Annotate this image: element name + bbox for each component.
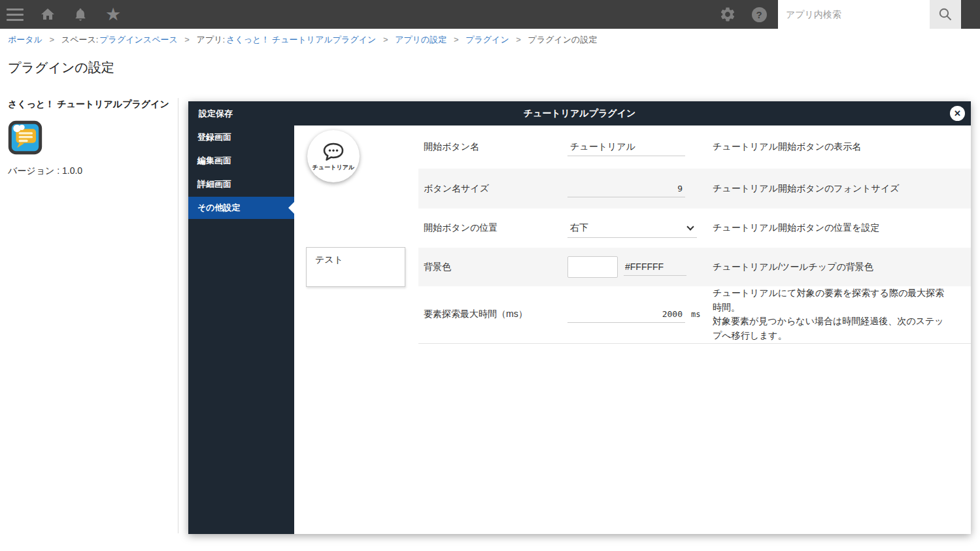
bell-icon[interactable] bbox=[72, 6, 89, 23]
tutorial-start-button[interactable]: チュートリアル bbox=[307, 130, 360, 182]
button-name-size-input[interactable] bbox=[567, 180, 685, 197]
field-description: チュートリアルにて対象の要素を探索する際の最大探索時間。 対象要素が見つからない… bbox=[713, 286, 971, 343]
star-icon[interactable]: ★ bbox=[105, 6, 122, 23]
breadcrumb: ポータル > スペース:プラグインスペース > アプリ:さくっと！ チュートリア… bbox=[8, 34, 597, 46]
field-description: チュートリアル開始ボタンのフォントサイズ bbox=[713, 182, 971, 196]
start-button-name-input[interactable] bbox=[567, 139, 685, 156]
app-search bbox=[778, 0, 961, 29]
search-button[interactable] bbox=[930, 0, 961, 29]
dialog-content: チュートリアル テスト 開始ボタン名 チュートリアル開始ボタンの表示名 ボタン名… bbox=[294, 125, 971, 534]
field-label: 開始ボタンの位置 bbox=[418, 222, 567, 234]
close-icon[interactable]: ✕ bbox=[950, 106, 965, 121]
topbar-left-icons: ★ bbox=[0, 6, 122, 23]
field-description: チュートリアル開始ボタンの位置を設定 bbox=[713, 221, 971, 235]
save-settings-button[interactable]: 設定保存 bbox=[188, 101, 243, 125]
nav-item-register-screen[interactable]: 登録画面 bbox=[188, 125, 294, 149]
unit-label: ms bbox=[691, 310, 700, 319]
field-label: 要素探索最大時間（ms） bbox=[418, 309, 567, 320]
tutorial-button-label: チュートリアル bbox=[313, 163, 354, 172]
form-row-max-search-time: 要素探索最大時間（ms） ms チュートリアルにて対象の要素を探索する際の最大探… bbox=[418, 286, 971, 344]
plugin-info-panel: さくっと！ チュートリアルプラグイン バージョン : 1.0.0 bbox=[8, 99, 171, 177]
field-description: チュートリアル開始ボタンの表示名 bbox=[713, 140, 971, 154]
dialog-title: チュートリアルプラグイン bbox=[188, 101, 971, 125]
dialog-nav: 登録画面 編集画面 詳細画面 その他設定 bbox=[188, 125, 294, 534]
plugin-version: バージョン : 1.0.0 bbox=[8, 165, 171, 177]
plugin-icon bbox=[8, 120, 42, 155]
breadcrumb-portal-link[interactable]: ポータル bbox=[8, 35, 42, 44]
gear-icon[interactable] bbox=[719, 6, 736, 23]
form-row-start-button-name: 開始ボタン名 チュートリアル開始ボタンの表示名 bbox=[418, 125, 971, 169]
magnifier-icon bbox=[938, 7, 953, 22]
page-title: プラグインの設定 bbox=[8, 59, 114, 76]
settings-form: 開始ボタン名 チュートリアル開始ボタンの表示名 ボタン名サイズ チュートリアル開… bbox=[418, 125, 971, 344]
breadcrumb-app-settings-link[interactable]: アプリの設定 bbox=[395, 35, 447, 44]
field-label: 開始ボタン名 bbox=[418, 141, 567, 153]
search-input[interactable] bbox=[778, 0, 930, 29]
field-description: チュートリアル/ツールチップの背景色 bbox=[713, 260, 971, 275]
breadcrumb-current: プラグインの設定 bbox=[528, 35, 598, 44]
selected-option: 右下 bbox=[570, 222, 588, 234]
chevron-down-icon bbox=[686, 223, 694, 230]
nav-item-edit-screen[interactable]: 編集画面 bbox=[188, 149, 294, 173]
form-row-start-button-position: 開始ボタンの位置 右下 チュートリアル開始ボタンの位置を設定 bbox=[418, 209, 971, 248]
plugin-settings-dialog: 設定保存 チュートリアルプラグイン ✕ 登録画面 編集画面 詳細画面 その他設定… bbox=[188, 101, 971, 534]
start-button-position-select[interactable]: 右下 bbox=[567, 219, 697, 238]
form-row-background-color: 背景色 チュートリアル/ツールチップの背景色 bbox=[418, 248, 971, 286]
background-color-hex-input[interactable] bbox=[624, 258, 686, 276]
home-icon[interactable] bbox=[39, 6, 56, 23]
breadcrumb-space-link[interactable]: プラグインスペース bbox=[99, 35, 177, 44]
color-swatch[interactable] bbox=[567, 256, 618, 278]
dialog-header: 設定保存 チュートリアルプラグイン ✕ bbox=[188, 101, 971, 125]
topbar-right: ? bbox=[719, 0, 980, 29]
max-search-time-input[interactable] bbox=[567, 306, 685, 323]
nav-item-detail-screen[interactable]: 詳細画面 bbox=[188, 173, 294, 196]
top-app-bar: ★ ? bbox=[0, 0, 980, 29]
breadcrumb-plugin-link[interactable]: プラグイン bbox=[465, 35, 509, 44]
help-icon[interactable]: ? bbox=[751, 6, 768, 23]
field-label: ボタン名サイズ bbox=[418, 183, 567, 195]
speech-bubble-icon bbox=[322, 142, 345, 163]
panel-divider bbox=[178, 98, 178, 533]
field-label: 背景色 bbox=[418, 261, 567, 273]
nav-item-other-settings[interactable]: その他設定 bbox=[188, 197, 294, 219]
form-row-button-name-size: ボタン名サイズ チュートリアル開始ボタンのフォントサイズ bbox=[418, 169, 971, 209]
plugin-name: さくっと！ チュートリアルプラグイン bbox=[8, 99, 171, 110]
test-button[interactable]: テスト bbox=[306, 247, 405, 287]
breadcrumb-app-link[interactable]: さくっと！ チュートリアルプラグイン bbox=[226, 35, 376, 44]
hamburger-menu-icon[interactable] bbox=[7, 6, 24, 23]
